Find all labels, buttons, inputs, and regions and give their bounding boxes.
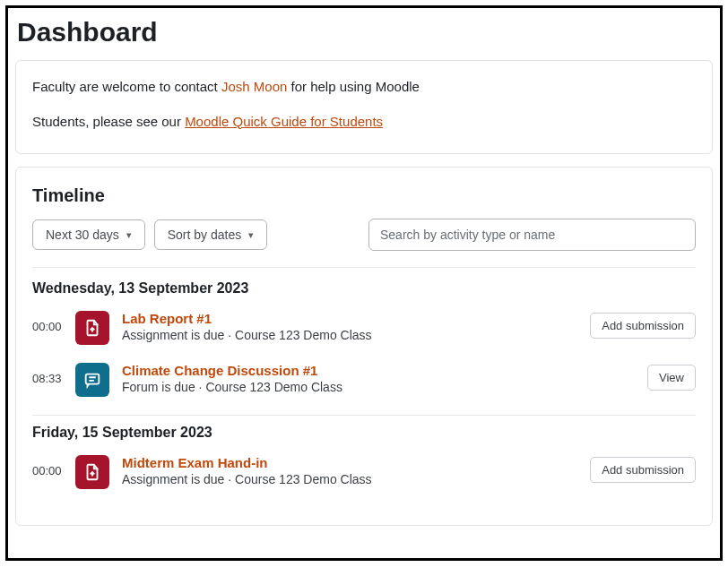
add-submission-button[interactable]: Add submission (590, 457, 696, 483)
view-button[interactable]: View (647, 365, 696, 391)
sort-label: Sort by dates (168, 228, 242, 242)
timeline-controls: Next 30 days ▾ Sort by dates ▾ (32, 219, 696, 251)
timeline-search-input[interactable] (368, 219, 696, 251)
notice-line-students: Students, please see our Moodle Quick Gu… (32, 112, 696, 133)
timeline-event: 00:00 Midterm Exam Hand-in Assignment is… (32, 450, 696, 502)
add-submission-button[interactable]: Add submission (590, 313, 696, 339)
event-time: 08:33 (32, 363, 75, 385)
page-title: Dashboard (17, 17, 713, 47)
day-group: Wednesday, 13 September 2023 00:00 Lab R… (32, 280, 696, 409)
event-subtitle: Assignment is due · Course 123 Demo Clas… (122, 472, 590, 486)
notice-card: Faculty are welcome to contact Josh Moon… (15, 60, 713, 154)
timeline-event: 08:33 Climate Change Discussion #1 Forum… (32, 357, 696, 409)
range-filter-label: Next 30 days (46, 228, 119, 242)
range-filter-dropdown[interactable]: Next 30 days ▾ (32, 219, 145, 250)
notice-text: Students, please see our (32, 114, 185, 129)
notice-text: Faculty are welcome to contact (32, 79, 221, 94)
contact-link[interactable]: Josh Moon (221, 79, 287, 94)
divider (32, 415, 696, 416)
event-title[interactable]: Climate Change Discussion #1 (122, 363, 647, 378)
event-subtitle: Forum is due · Course 123 Demo Class (122, 380, 647, 394)
event-title[interactable]: Lab Report #1 (122, 311, 590, 326)
timeline-card: Timeline Next 30 days ▾ Sort by dates ▾ … (15, 167, 713, 526)
day-group: Friday, 15 September 2023 00:00 Midterm … (32, 425, 696, 502)
timeline-title: Timeline (32, 185, 696, 206)
divider (32, 267, 696, 268)
event-time: 00:00 (32, 311, 75, 333)
event-time: 00:00 (32, 455, 75, 477)
svg-rect-0 (86, 374, 100, 384)
event-subtitle: Assignment is due · Course 123 Demo Clas… (122, 328, 590, 342)
day-heading: Wednesday, 13 September 2023 (32, 280, 696, 297)
forum-icon (75, 363, 109, 397)
notice-text: for help using Moodle (287, 79, 420, 94)
quick-guide-link[interactable]: Moodle Quick Guide for Students (185, 114, 383, 129)
chevron-down-icon: ▾ (126, 229, 132, 241)
assignment-icon (75, 311, 109, 345)
assignment-icon (75, 455, 109, 489)
notice-line-faculty: Faculty are welcome to contact Josh Moon… (32, 77, 696, 98)
event-title[interactable]: Midterm Exam Hand-in (122, 455, 590, 470)
chevron-down-icon: ▾ (248, 229, 254, 241)
sort-dropdown[interactable]: Sort by dates ▾ (154, 219, 268, 250)
day-heading: Friday, 15 September 2023 (32, 425, 696, 441)
timeline-event: 00:00 Lab Report #1 Assignment is due · … (32, 305, 696, 357)
